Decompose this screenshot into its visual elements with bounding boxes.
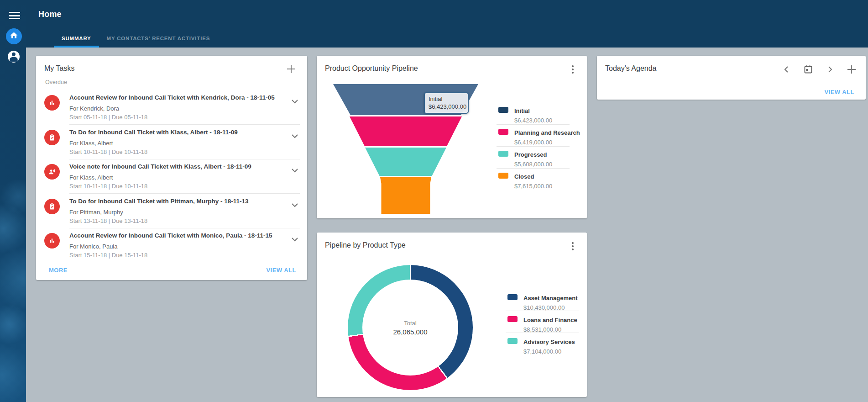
task-row[interactable]: To Do for Inbound Call Ticket with Klass… [44,128,301,160]
task-row[interactable]: To Do for Inbound Call Ticket with Pittm… [44,197,301,229]
legend-value: $8,531,000.00 [523,326,577,333]
legend-label: Progressed [514,151,547,158]
legend-item: Planning and Research $6,419,000.00 [498,128,580,146]
chevron-right-icon[interactable] [828,66,832,73]
my-tasks-card: My Tasks Overdue Account Review for Inbo… [36,56,307,280]
task-for: For Kendrick, Dora [69,105,119,112]
menu-icon[interactable] [9,12,20,19]
agenda-title: Today's Agenda [605,64,656,73]
person-icon [8,51,20,63]
task-row[interactable]: Voice note for Inbound Call Ticket with … [44,163,301,195]
legend-item: Advisory Services $7,104,000.00 [507,338,575,355]
sidebar-item-home[interactable] [6,28,22,44]
clipboard-check-icon [44,199,60,214]
tooltip-value: $6,423,000.00 [429,103,464,110]
task-row[interactable]: Account Review for Inbound Call Ticket w… [44,94,301,126]
legend-swatch [507,338,518,344]
more-button[interactable]: MORE [49,267,68,274]
legend-value: $6,419,000.00 [514,139,580,146]
task-title: To Do for Inbound Call Ticket with Klass… [69,128,285,136]
legend-label: Closed [514,173,534,180]
page-title: Home [38,10,62,19]
product-type-card-title: Pipeline by Product Type [325,241,406,249]
legend-label: Loans and Finance [523,317,577,323]
task-dates: Start 10-11-18 | Due 10-11-18 [69,183,147,190]
tab-my-contacts-recent-activities[interactable]: MY CONTACTS' RECENT ACTIVITIES [99,29,218,48]
legend-swatch [498,107,508,113]
chevron-down-icon[interactable] [292,166,298,175]
calendar-icon[interactable] [804,65,813,74]
left-sidebar [0,0,26,402]
task-dates: Start 05-11-18 | Due 05-11-18 [69,114,147,121]
legend-label: Asset Management [523,295,577,302]
legend-value: $5,608,000.00 [514,161,552,168]
funnel-tooltip: Initial $6,423,000.00 [424,92,469,114]
task-for: For Klass, Albert [69,174,113,181]
task-title: Voice note for Inbound Call Ticket with … [69,163,285,170]
tooltip-label: Initial [429,95,464,102]
task-dates: Start 13-11-18 | Due 13-11-18 [69,217,147,224]
legend-label: Advisory Services [523,339,575,345]
legend-item: Asset Management $10,430,000.00 [507,294,577,311]
legend-item: Progressed $5,608,000.00 [498,150,552,168]
legend-label: Planning and Research [514,129,580,136]
legend-swatch [498,173,508,179]
agenda-view-all-button[interactable]: VIEW ALL [824,89,854,95]
product-opportunity-pipeline-card: Product Opportunity Pipeline Initial $6,… [317,56,587,218]
donut-total-label: Total [404,320,416,327]
clipboard-check-icon [44,130,60,145]
legend-item: Loans and Finance $8,531,000.00 [507,316,577,333]
task-title: To Do for Inbound Call Ticket with Pittm… [69,197,285,205]
legend-value: $7,104,000.00 [523,348,575,355]
legend-label: Initial [514,107,530,114]
legend-swatch [498,151,508,157]
task-for: For Klass, Albert [69,140,113,147]
legend-item: Initial $6,423,000.00 [498,106,552,124]
overdue-section-label: Overdue [45,79,67,85]
legend-swatch [507,316,518,322]
legend-item: Closed $7,615,000.00 [498,172,552,190]
task-row[interactable]: Account Review for Inbound Call Ticket w… [44,232,301,264]
task-for: For Pittman, Murphy [69,209,123,216]
add-agenda-icon[interactable] [847,65,856,74]
legend-value: $10,430,000.00 [523,304,577,311]
home-icon [10,31,18,42]
todays-agenda-card: Today's Agenda VIEW ALL [597,56,866,100]
my-tasks-title: My Tasks [44,64,74,73]
task-dates: Start 10-11-18 | Due 10-11-18 [69,148,147,155]
legend-value: $6,423,000.00 [514,117,552,124]
sidebar-item-profile[interactable] [8,51,20,63]
kebab-menu-icon[interactable] [569,241,577,252]
legend-swatch [498,129,508,135]
chevron-down-icon[interactable] [292,132,298,140]
voice-note-icon [44,164,60,180]
task-for: For Monico, Paula [69,243,118,250]
funnel-segment-closed[interactable] [380,177,431,214]
chevron-down-icon[interactable] [292,201,298,209]
add-task-icon[interactable] [286,64,296,74]
task-dates: Start 15-11-18 | Due 15-11-18 [69,252,147,259]
funnel-segment-planning[interactable] [350,116,462,146]
chevron-down-icon[interactable] [292,235,298,243]
tab-bar: SUMMARY MY CONTACTS' RECENT ACTIVITIES [54,29,218,48]
chevron-down-icon[interactable] [292,97,298,106]
app-header: Home SUMMARY MY CONTACTS' RECENT ACTIVIT… [0,0,868,48]
task-title: Account Review for Inbound Call Ticket w… [69,232,285,239]
pipeline-by-product-type-card: Pipeline by Product Type Total 26,065,00… [317,233,587,397]
funnel-segment-progressed[interactable] [365,148,446,176]
donut-chart[interactable]: Total 26,065,000 [348,265,473,390]
bar-chart-icon [44,95,60,111]
legend-swatch [507,294,518,300]
view-all-button[interactable]: VIEW ALL [266,267,296,274]
legend-value: $7,615,000.00 [514,183,552,190]
donut-total-value: 26,065,000 [393,328,427,336]
tab-summary[interactable]: SUMMARY [54,29,99,48]
task-title: Account Review for Inbound Call Ticket w… [69,94,285,101]
chevron-left-icon[interactable] [784,66,788,73]
bar-chart-icon [44,233,60,249]
